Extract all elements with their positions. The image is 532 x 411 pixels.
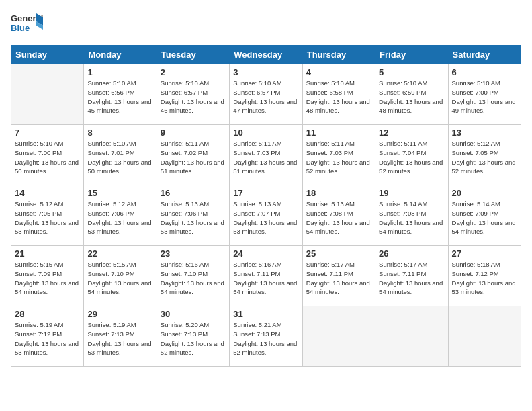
day-number: 9 [161, 128, 226, 138]
calendar-cell: 9Sunrise: 5:11 AM Sunset: 7:02 PM Daylig… [157, 125, 229, 185]
calendar-cell: 27Sunrise: 5:18 AM Sunset: 7:12 PM Dayli… [448, 246, 521, 306]
day-info: Sunrise: 5:11 AM Sunset: 7:04 PM Dayligh… [379, 139, 444, 176]
header-friday: Friday [375, 46, 448, 64]
calendar-cell: 3Sunrise: 5:10 AM Sunset: 6:57 PM Daylig… [230, 64, 302, 125]
calendar-cell: 24Sunrise: 5:16 AM Sunset: 7:11 PM Dayli… [230, 246, 302, 306]
day-info: Sunrise: 5:10 AM Sunset: 7:00 PM Dayligh… [15, 139, 80, 176]
calendar-cell [375, 306, 448, 367]
day-number: 1 [87, 67, 152, 77]
calendar-cell: 10Sunrise: 5:11 AM Sunset: 7:03 PM Dayli… [230, 125, 302, 185]
calendar-cell: 20Sunrise: 5:14 AM Sunset: 7:09 PM Dayli… [448, 185, 521, 246]
calendar-cell: 4Sunrise: 5:10 AM Sunset: 6:58 PM Daylig… [302, 64, 375, 125]
day-number: 20 [452, 188, 517, 198]
day-info: Sunrise: 5:14 AM Sunset: 7:08 PM Dayligh… [379, 199, 444, 236]
day-number: 16 [161, 188, 226, 198]
day-info: Sunrise: 5:10 AM Sunset: 6:58 PM Dayligh… [306, 79, 371, 116]
day-number: 17 [233, 188, 298, 198]
day-info: Sunrise: 5:10 AM Sunset: 7:01 PM Dayligh… [87, 139, 152, 176]
calendar-cell: 15Sunrise: 5:12 AM Sunset: 7:06 PM Dayli… [84, 185, 157, 246]
day-info: Sunrise: 5:10 AM Sunset: 6:56 PM Dayligh… [87, 79, 152, 116]
day-info: Sunrise: 5:13 AM Sunset: 7:06 PM Dayligh… [161, 199, 226, 236]
calendar-cell: 21Sunrise: 5:15 AM Sunset: 7:09 PM Dayli… [11, 246, 84, 306]
day-number: 21 [15, 248, 80, 259]
calendar-cell: 28Sunrise: 5:19 AM Sunset: 7:12 PM Dayli… [11, 306, 84, 367]
day-info: Sunrise: 5:10 AM Sunset: 6:57 PM Dayligh… [233, 79, 298, 116]
calendar-cell: 30Sunrise: 5:20 AM Sunset: 7:13 PM Dayli… [157, 306, 229, 367]
week-row-2: 7Sunrise: 5:10 AM Sunset: 7:00 PM Daylig… [11, 125, 521, 185]
day-number: 25 [306, 248, 371, 259]
calendar-cell: 17Sunrise: 5:13 AM Sunset: 7:07 PM Dayli… [230, 185, 302, 246]
calendar-cell: 7Sunrise: 5:10 AM Sunset: 7:00 PM Daylig… [11, 125, 84, 185]
day-info: Sunrise: 5:13 AM Sunset: 7:07 PM Dayligh… [233, 199, 298, 236]
header-tuesday: Tuesday [157, 46, 229, 64]
logo-svg: General Blue [11, 11, 44, 41]
day-info: Sunrise: 5:19 AM Sunset: 7:13 PM Dayligh… [87, 320, 152, 357]
day-number: 12 [379, 128, 444, 138]
calendar-cell: 25Sunrise: 5:17 AM Sunset: 7:11 PM Dayli… [302, 246, 375, 306]
day-number: 11 [306, 128, 371, 138]
day-info: Sunrise: 5:21 AM Sunset: 7:13 PM Dayligh… [233, 320, 298, 357]
calendar-cell: 2Sunrise: 5:10 AM Sunset: 6:57 PM Daylig… [157, 64, 229, 125]
day-number: 30 [161, 309, 226, 319]
calendar-cell: 11Sunrise: 5:11 AM Sunset: 7:03 PM Dayli… [302, 125, 375, 185]
day-number: 13 [452, 128, 517, 138]
day-info: Sunrise: 5:20 AM Sunset: 7:13 PM Dayligh… [161, 320, 226, 357]
day-info: Sunrise: 5:16 AM Sunset: 7:11 PM Dayligh… [233, 260, 298, 297]
day-info: Sunrise: 5:15 AM Sunset: 7:09 PM Dayligh… [15, 260, 80, 297]
page-header: General Blue [11, 11, 521, 41]
day-info: Sunrise: 5:12 AM Sunset: 7:05 PM Dayligh… [15, 199, 80, 236]
day-info: Sunrise: 5:11 AM Sunset: 7:02 PM Dayligh… [161, 139, 226, 176]
day-number: 5 [379, 67, 444, 77]
day-number: 15 [87, 188, 152, 198]
calendar-cell: 16Sunrise: 5:13 AM Sunset: 7:06 PM Dayli… [157, 185, 229, 246]
calendar-cell: 1Sunrise: 5:10 AM Sunset: 6:56 PM Daylig… [84, 64, 157, 125]
calendar-table: SundayMondayTuesdayWednesdayThursdayFrid… [11, 45, 521, 367]
day-number: 18 [306, 188, 371, 198]
day-info: Sunrise: 5:16 AM Sunset: 7:10 PM Dayligh… [161, 260, 226, 297]
day-number: 26 [379, 248, 444, 259]
day-info: Sunrise: 5:17 AM Sunset: 7:11 PM Dayligh… [306, 260, 371, 297]
calendar-cell: 13Sunrise: 5:12 AM Sunset: 7:05 PM Dayli… [448, 125, 521, 185]
day-info: Sunrise: 5:10 AM Sunset: 6:57 PM Dayligh… [161, 79, 226, 116]
day-info: Sunrise: 5:11 AM Sunset: 7:03 PM Dayligh… [233, 139, 298, 176]
header-monday: Monday [84, 46, 157, 64]
day-number: 19 [379, 188, 444, 198]
day-number: 31 [233, 309, 298, 319]
week-row-3: 14Sunrise: 5:12 AM Sunset: 7:05 PM Dayli… [11, 185, 521, 246]
calendar-cell: 23Sunrise: 5:16 AM Sunset: 7:10 PM Dayli… [157, 246, 229, 306]
calendar-cell [302, 306, 375, 367]
calendar-cell: 29Sunrise: 5:19 AM Sunset: 7:13 PM Dayli… [84, 306, 157, 367]
header-sunday: Sunday [11, 46, 84, 64]
day-number: 22 [87, 248, 152, 259]
calendar-cell: 26Sunrise: 5:17 AM Sunset: 7:11 PM Dayli… [375, 246, 448, 306]
day-info: Sunrise: 5:10 AM Sunset: 7:00 PM Dayligh… [452, 79, 517, 116]
day-info: Sunrise: 5:12 AM Sunset: 7:06 PM Dayligh… [87, 199, 152, 236]
day-info: Sunrise: 5:17 AM Sunset: 7:11 PM Dayligh… [379, 260, 444, 297]
week-row-5: 28Sunrise: 5:19 AM Sunset: 7:12 PM Dayli… [11, 306, 521, 367]
calendar-cell: 31Sunrise: 5:21 AM Sunset: 7:13 PM Dayli… [230, 306, 302, 367]
week-row-4: 21Sunrise: 5:15 AM Sunset: 7:09 PM Dayli… [11, 246, 521, 306]
day-number: 6 [452, 67, 517, 77]
day-number: 23 [161, 248, 226, 259]
day-info: Sunrise: 5:11 AM Sunset: 7:03 PM Dayligh… [306, 139, 371, 176]
svg-text:Blue: Blue [11, 23, 30, 33]
calendar-cell [11, 64, 84, 125]
calendar-cell: 8Sunrise: 5:10 AM Sunset: 7:01 PM Daylig… [84, 125, 157, 185]
day-number: 28 [15, 309, 80, 319]
calendar-cell: 6Sunrise: 5:10 AM Sunset: 7:00 PM Daylig… [448, 64, 521, 125]
calendar-cell [448, 306, 521, 367]
day-info: Sunrise: 5:19 AM Sunset: 7:12 PM Dayligh… [15, 320, 80, 357]
calendar-cell: 5Sunrise: 5:10 AM Sunset: 6:59 PM Daylig… [375, 64, 448, 125]
day-number: 29 [87, 309, 152, 319]
day-info: Sunrise: 5:18 AM Sunset: 7:12 PM Dayligh… [452, 260, 517, 297]
day-info: Sunrise: 5:15 AM Sunset: 7:10 PM Dayligh… [87, 260, 152, 297]
day-info: Sunrise: 5:10 AM Sunset: 6:59 PM Dayligh… [379, 79, 444, 116]
calendar-cell: 19Sunrise: 5:14 AM Sunset: 7:08 PM Dayli… [375, 185, 448, 246]
day-info: Sunrise: 5:12 AM Sunset: 7:05 PM Dayligh… [452, 139, 517, 176]
calendar-cell: 12Sunrise: 5:11 AM Sunset: 7:04 PM Dayli… [375, 125, 448, 185]
calendar-cell: 18Sunrise: 5:13 AM Sunset: 7:08 PM Dayli… [302, 185, 375, 246]
day-number: 3 [233, 67, 298, 77]
calendar-cell: 22Sunrise: 5:15 AM Sunset: 7:10 PM Dayli… [84, 246, 157, 306]
day-number: 8 [87, 128, 152, 138]
day-number: 4 [306, 67, 371, 77]
